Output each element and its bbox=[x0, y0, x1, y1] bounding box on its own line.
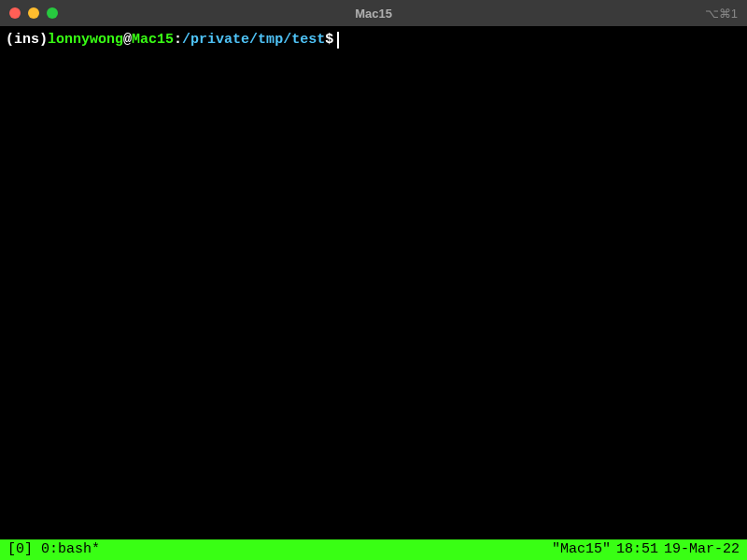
terminal-body[interactable]: (ins)lonnywong@Mac15:/private/tmp/test$ bbox=[0, 26, 747, 539]
prompt-at: @ bbox=[123, 30, 132, 51]
prompt-mode-open: ( bbox=[6, 30, 14, 51]
window-titlebar: Mac15 ⌥⌘1 bbox=[0, 0, 747, 26]
maximize-button[interactable] bbox=[47, 7, 58, 19]
minimize-button[interactable] bbox=[28, 7, 39, 19]
prompt-host: Mac15 bbox=[132, 30, 174, 51]
tmux-statusbar: [0] 0:bash* "Mac15" 18:51 19-Mar-22 bbox=[0, 539, 747, 560]
tmux-status-left: [0] 0:bash* bbox=[7, 539, 100, 560]
prompt-user: lonnywong bbox=[48, 30, 123, 51]
tmux-date: 19-Mar-22 bbox=[664, 539, 740, 560]
prompt-mode: ins bbox=[14, 30, 39, 51]
prompt-line: (ins)lonnywong@Mac15:/private/tmp/test$ bbox=[6, 30, 741, 51]
tmux-hostname: "Mac15" bbox=[552, 539, 611, 560]
prompt-mode-close: ) bbox=[39, 30, 48, 51]
tmux-session-window: [0] 0:bash* bbox=[7, 539, 100, 560]
window-shortcut-hint: ⌥⌘1 bbox=[705, 7, 738, 21]
window-title: Mac15 bbox=[355, 7, 392, 21]
prompt-path: /private/tmp/test bbox=[182, 30, 325, 51]
cursor bbox=[337, 32, 339, 49]
traffic-lights bbox=[9, 7, 58, 19]
close-button[interactable] bbox=[9, 7, 21, 19]
tmux-status-right: "Mac15" 18:51 19-Mar-22 bbox=[552, 539, 740, 560]
prompt-colon: : bbox=[174, 30, 182, 51]
prompt-dollar: $ bbox=[325, 30, 333, 51]
tmux-time: 18:51 bbox=[616, 539, 658, 560]
